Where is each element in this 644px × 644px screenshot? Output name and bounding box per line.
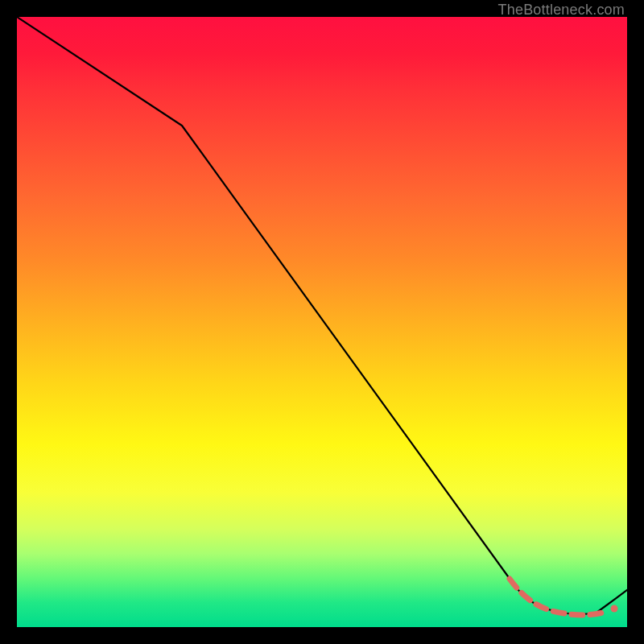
plot-frame [17, 17, 627, 627]
marker-cluster [510, 579, 603, 615]
watermark-text: TheBottleneck.com [498, 2, 625, 19]
bottleneck-chart [17, 17, 627, 627]
bottleneck-curve-line [17, 17, 627, 614]
marker-end-dot [611, 605, 618, 613]
